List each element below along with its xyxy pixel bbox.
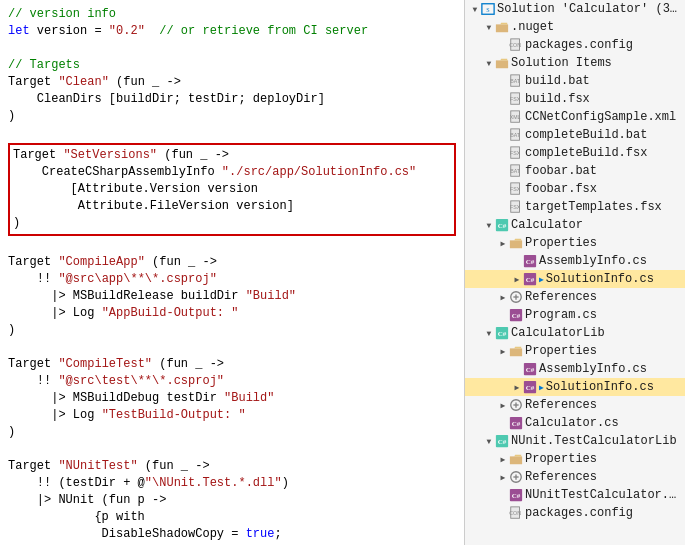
- tree-node-nuget[interactable]: ▼ .nuget: [465, 18, 685, 36]
- expand-arrow[interactable]: ▶: [497, 453, 509, 465]
- expand-arrow[interactable]: ▶: [497, 345, 509, 357]
- code-line: [8, 125, 456, 142]
- tree-node-build-bat[interactable]: BAT build.bat: [465, 72, 685, 90]
- tree-node-packages-config[interactable]: CON packages.config: [465, 36, 685, 54]
- code-line: // version info: [8, 6, 456, 23]
- tree-node-target-fsx[interactable]: FSX targetTemplates.fsx: [465, 198, 685, 216]
- node-label: foobar.bat: [525, 164, 597, 178]
- code-line: Attribute.FileVersion version]: [13, 198, 451, 215]
- node-label: Calculator: [511, 218, 583, 232]
- node-label: AssemblyInfo.cs: [539, 362, 647, 376]
- tree-node-build-fsx[interactable]: FSX build.fsx: [465, 90, 685, 108]
- node-label: Solution Items: [511, 56, 612, 70]
- code-line: let version = "0.2" // or retrieve from …: [8, 23, 456, 40]
- svg-text:XML: XML: [510, 114, 521, 120]
- code-line: ): [13, 215, 451, 232]
- svg-text:C#: C#: [526, 366, 535, 374]
- svg-text:FSX: FSX: [510, 186, 521, 192]
- node-label: packages.config: [525, 506, 633, 520]
- tree-node-ccnet-xml[interactable]: XML CCNetConfigSample.xml: [465, 108, 685, 126]
- code-line: |> Log "AppBuild-Output: ": [8, 305, 456, 322]
- svg-text:BAT: BAT: [510, 78, 521, 84]
- code-line: {p with: [8, 509, 456, 526]
- tree-node-calculator[interactable]: ▼ C# Calculator: [465, 216, 685, 234]
- svg-text:S: S: [486, 7, 490, 13]
- code-line: [8, 237, 456, 254]
- tree-node-foobar-fsx[interactable]: FSX foobar.fsx: [465, 180, 685, 198]
- tree-node-calculatorlib[interactable]: ▼ C# CalculatorLib: [465, 324, 685, 342]
- tree-node-lib-calculator[interactable]: C# Calculator.cs: [465, 414, 685, 432]
- node-label: Properties: [525, 452, 597, 466]
- node-label: NUnit.TestCalculatorLib: [511, 434, 677, 448]
- tree-node-nunit-properties[interactable]: ▶ Properties: [465, 450, 685, 468]
- node-label: foobar.fsx: [525, 182, 597, 196]
- svg-text:C#: C#: [498, 222, 507, 230]
- svg-text:CON: CON: [509, 42, 521, 48]
- svg-text:C#: C#: [512, 312, 521, 320]
- code-line: Target "NUnitTest" (fun _ ->: [8, 458, 456, 475]
- expand-arrow[interactable]: ▶: [497, 471, 509, 483]
- svg-text:C#: C#: [498, 330, 507, 338]
- code-line: [Attribute.Version version: [13, 181, 451, 198]
- tree-node-calc-solutioninfo[interactable]: ▶ C# ▶ SolutionInfo.cs: [465, 270, 685, 288]
- node-label: SolutionInfo.cs: [546, 380, 654, 394]
- code-line: [8, 40, 456, 57]
- collapse-arrow[interactable]: ▼: [483, 435, 495, 447]
- tree-node-calc-references[interactable]: ▶ References: [465, 288, 685, 306]
- code-line: |> MSBuildDebug testDir "Build": [8, 390, 456, 407]
- svg-text:C#: C#: [498, 438, 507, 446]
- node-label: completeBuild.bat: [525, 128, 647, 142]
- collapse-arrow[interactable]: ▼: [483, 327, 495, 339]
- node-label: References: [525, 290, 597, 304]
- svg-text:C#: C#: [512, 420, 521, 428]
- node-label: SolutionInfo.cs: [546, 272, 654, 286]
- node-label: CCNetConfigSample.xml: [525, 110, 676, 124]
- collapse-arrow[interactable]: ▼: [483, 57, 495, 69]
- solution-explorer[interactable]: ▼ S Solution 'Calculator' (3 projects) ▼…: [465, 0, 685, 545]
- tree-node-nunit-config[interactable]: CON packages.config: [465, 504, 685, 522]
- svg-text:BAT: BAT: [510, 168, 521, 174]
- svg-text:C#: C#: [526, 384, 535, 392]
- tree-node-nunit-testcalc[interactable]: C# NUnitTestCalculator.cs: [465, 486, 685, 504]
- expand-arrow[interactable]: ▶: [497, 237, 509, 249]
- node-label: build.bat: [525, 74, 590, 88]
- svg-text:BAT: BAT: [510, 132, 521, 138]
- node-label: Properties: [525, 344, 597, 358]
- svg-text:CON: CON: [509, 510, 521, 516]
- node-label: References: [525, 470, 597, 484]
- tree-node-foobar-bat[interactable]: BAT foobar.bat: [465, 162, 685, 180]
- collapse-arrow[interactable]: ▼: [483, 219, 495, 231]
- expand-arrow[interactable]: ▶: [497, 399, 509, 411]
- tree-node-nunit-project[interactable]: ▼ C# NUnit.TestCalculatorLib: [465, 432, 685, 450]
- tree-node-lib-assemblyinfo[interactable]: C# AssemblyInfo.cs: [465, 360, 685, 378]
- expand-arrow[interactable]: ▶: [511, 273, 523, 285]
- code-line: DisableShadowCopy = true;: [8, 526, 456, 543]
- tree-node-nunit-references[interactable]: ▶ References: [465, 468, 685, 486]
- tree-node-calc-properties[interactable]: ▶ Properties: [465, 234, 685, 252]
- overlay-arrow: ▶: [539, 275, 544, 284]
- expand-arrow[interactable]: ▶: [497, 291, 509, 303]
- tree-node-lib-references[interactable]: ▶ References: [465, 396, 685, 414]
- collapse-arrow[interactable]: ▼: [469, 3, 481, 15]
- collapse-arrow[interactable]: ▼: [483, 21, 495, 33]
- tree-node-solution-items[interactable]: ▼ Solution Items: [465, 54, 685, 72]
- code-line: ): [8, 322, 456, 339]
- tree-node-calc-program[interactable]: C# Program.cs: [465, 306, 685, 324]
- code-line: ): [8, 424, 456, 441]
- node-label: Calculator.cs: [525, 416, 619, 430]
- svg-text:FSX: FSX: [510, 150, 521, 156]
- tree-node-completebuild-bat[interactable]: BAT completeBuild.bat: [465, 126, 685, 144]
- code-line: Target "CompileApp" (fun _ ->: [8, 254, 456, 271]
- tree-node-lib-solutioninfo[interactable]: ▶ C# ▶ SolutionInfo.cs: [465, 378, 685, 396]
- code-line: // Targets: [8, 57, 456, 74]
- tree-node-solution[interactable]: ▼ S Solution 'Calculator' (3 projects): [465, 0, 685, 18]
- code-line: |> MSBuildRelease buildDir "Build": [8, 288, 456, 305]
- node-label: Properties: [525, 236, 597, 250]
- tree-node-lib-properties[interactable]: ▶ Properties: [465, 342, 685, 360]
- expand-arrow[interactable]: ▶: [511, 381, 523, 393]
- code-editor[interactable]: // version infolet version = "0.2" // or…: [0, 0, 465, 545]
- tree-node-calc-assemblyinfo[interactable]: C# AssemblyInfo.cs: [465, 252, 685, 270]
- node-label: .nuget: [511, 20, 554, 34]
- tree-node-completebuild-fsx[interactable]: FSX completeBuild.fsx: [465, 144, 685, 162]
- code-line: Target "Clean" (fun _ ->: [8, 74, 456, 91]
